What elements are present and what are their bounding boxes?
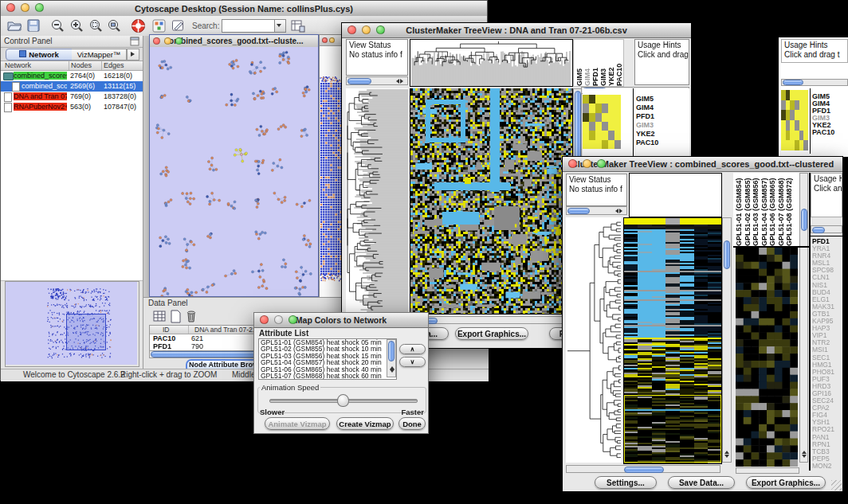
gene-label[interactable]: PAC10 — [812, 129, 834, 136]
gene-label[interactable]: MON2 — [812, 463, 842, 470]
search-label: Search: — [192, 21, 219, 30]
row-dendrogram-canvas[interactable] — [566, 217, 622, 463]
gene-label[interactable]: PAC10 — [636, 139, 658, 147]
export-graphics-button[interactable]: Export Graphics... — [455, 327, 528, 340]
column-dendrogram-canvas[interactable] — [410, 39, 573, 87]
array-column-label[interactable]: YKE2 — [607, 40, 614, 86]
cluster-zoom-matrix[interactable] — [583, 95, 621, 149]
network-graph-canvas[interactable] — [150, 47, 318, 296]
network-overview-canvas[interactable] — [6, 282, 137, 365]
zoom-window-icon[interactable] — [35, 3, 44, 12]
array-column-label[interactable]: GIM3 — [599, 40, 607, 86]
network-table-row[interactable]: RNAPuberNov2+563(0)107847(0) — [1, 102, 143, 112]
array-column-label[interactable]: GIM4 — [583, 40, 591, 86]
resize-grip[interactable] — [831, 480, 842, 490]
heatmap-vscrollbar[interactable] — [722, 217, 732, 463]
zoom-selected-icon[interactable] — [107, 19, 121, 33]
move-down-button[interactable]: ∨ — [399, 357, 426, 367]
dialog-titlebar[interactable]: Map Colors to Network — [254, 313, 428, 328]
attribute-list-item[interactable]: GPL51-07 (GSM868) heat shock 60 min — [261, 373, 396, 379]
close-icon[interactable] — [153, 37, 160, 45]
close-icon[interactable] — [322, 37, 328, 43]
array-column-label[interactable]: PFD1 — [591, 40, 599, 86]
gene-label[interactable]: GIM4 — [636, 104, 658, 112]
tv1-titlebar[interactable]: ClusterMaker TreeView : DNA and Tran 07-… — [342, 23, 691, 38]
settings-button[interactable]: Settings... — [595, 476, 657, 489]
animate-vizmap-button[interactable]: Animate Vizmap — [265, 417, 330, 430]
close-icon[interactable] — [260, 315, 269, 324]
network-table-row[interactable]: combined_sco2569(6)13112(15) — [1, 81, 143, 92]
zoom-window-icon[interactable] — [289, 315, 297, 324]
array-column-label[interactable]: GPL51-07 (GSM868) — [777, 173, 785, 246]
save-data-button[interactable]: Save Data... — [668, 476, 735, 489]
slider-thumb[interactable] — [337, 394, 349, 407]
array-column-label[interactable]: PAC10 — [615, 40, 622, 86]
zoom-vscrollbar[interactable] — [799, 173, 808, 463]
network-overview-panel[interactable] — [5, 281, 139, 367]
trash-icon[interactable] — [185, 309, 198, 323]
minimize-icon[interactable] — [329, 37, 335, 43]
new-page-icon[interactable] — [170, 310, 182, 323]
tab-network[interactable]: Network — [6, 49, 73, 61]
array-column-label[interactable]: GPL51-08 (GSM872) — [785, 173, 793, 246]
done-button[interactable]: Done — [398, 417, 426, 430]
close-icon[interactable] — [6, 3, 15, 12]
array-column-label[interactable]: GPL51-03 (GSM856) — [752, 173, 760, 246]
float-panel-icon[interactable] — [130, 37, 139, 46]
minimize-icon[interactable] — [583, 159, 591, 168]
tv2-titlebar[interactable]: ClusterMaker TreeView : combined_scores_… — [563, 157, 842, 172]
list-vscrollbar[interactable] — [387, 339, 396, 377]
array-column-label[interactable]: GPL51-06 (GSM865) — [768, 173, 776, 246]
grid-network-canvas[interactable] — [320, 46, 341, 301]
gene-label[interactable]: GIM5 — [636, 95, 658, 104]
zoom-out-icon[interactable] — [50, 19, 65, 33]
global-heatmap-canvas[interactable] — [623, 217, 722, 464]
array-column-label[interactable]: GIM5 — [575, 40, 583, 86]
array-column-label[interactable]: GPL51-01 (GSM854) — [735, 173, 743, 246]
network-table-row[interactable]: DNA and Tran 07769(0)183728(0) — [1, 92, 143, 102]
zoom-hscrollbar[interactable] — [736, 467, 799, 474]
zoom-window-icon[interactable] — [376, 25, 385, 34]
close-icon[interactable] — [347, 25, 356, 34]
network-table-row[interactable]: combined_scores2764(0)16218(0) — [1, 71, 143, 81]
gene-label[interactable]: YKE2 — [636, 130, 658, 139]
table-icon[interactable] — [153, 310, 167, 323]
hints-hscrollbar[interactable] — [811, 225, 842, 233]
attribute-list[interactable]: GPL51-01 (GSM854) heat shock 05 minGPL51… — [258, 338, 397, 380]
main-titlebar[interactable]: Cytoscape Desktop (Session Name: collins… — [1, 1, 487, 17]
row-dendrogram-canvas[interactable] — [346, 88, 408, 314]
tab-vizmapper[interactable]: VizMapper™ — [72, 49, 127, 61]
annotation-icon[interactable] — [171, 19, 186, 33]
cluster-zoom-matrix[interactable] — [781, 90, 808, 150]
heatmap-hscrollbar[interactable] — [566, 465, 720, 473]
move-up-button[interactable]: ∧ — [399, 344, 426, 354]
export-table-icon[interactable] — [291, 19, 305, 33]
zoom-window-icon[interactable] — [597, 159, 606, 168]
save-icon[interactable] — [27, 19, 40, 32]
array-column-label[interactable]: GPL51-02 (GSM855) — [744, 173, 752, 246]
help-lifering-icon[interactable] — [131, 18, 146, 33]
minimize-icon[interactable] — [362, 25, 371, 34]
hints-hscrollbar[interactable] — [781, 79, 848, 86]
zoom-window-icon[interactable] — [175, 37, 183, 45]
window-controls[interactable] — [6, 3, 44, 12]
status-hscrollbar[interactable] — [346, 76, 408, 85]
global-heatmap-canvas[interactable] — [410, 88, 573, 315]
gene-label[interactable]: PFD1 — [636, 112, 658, 121]
status-hscrollbar[interactable] — [566, 206, 627, 215]
create-vizmap-button[interactable]: Create Vizmap — [336, 417, 394, 430]
minimize-icon[interactable] — [164, 37, 171, 45]
minimize-icon[interactable] — [274, 315, 283, 324]
heatmap-hscrollbar[interactable] — [410, 316, 573, 324]
array-column-label[interactable]: GPL51-04 (GSM857) — [760, 173, 768, 246]
plugin-icon[interactable] — [152, 19, 166, 33]
zoom-in-icon[interactable] — [69, 19, 84, 33]
zoom-fit-icon[interactable] — [88, 19, 103, 33]
open-folder-icon[interactable] — [7, 19, 22, 32]
minimize-icon[interactable] — [21, 3, 29, 12]
export-graphics-button[interactable]: Export Graphics... — [746, 476, 826, 489]
close-icon[interactable] — [568, 159, 577, 168]
node-count: 563(0) — [70, 103, 91, 111]
gene-label[interactable]: GIM3 — [636, 121, 658, 130]
zoom-heatmap-canvas[interactable] — [736, 248, 798, 467]
